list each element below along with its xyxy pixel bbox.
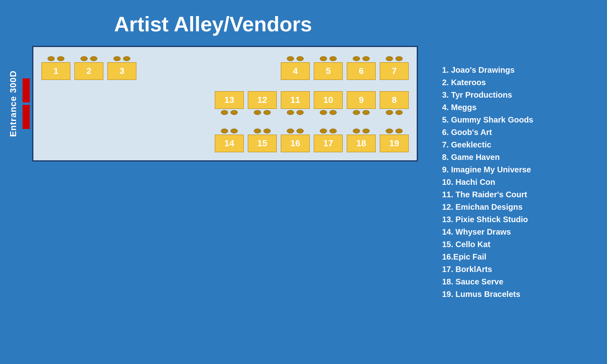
vendor-list-item: 6. Goob's Art	[442, 126, 595, 139]
vendor-list-item: 9. Imagine My Universe	[442, 164, 595, 176]
booth-cell-3: 3	[107, 55, 136, 80]
chair	[287, 129, 294, 133]
booth-cell-19: 19	[380, 127, 409, 152]
booth-5: 5	[314, 62, 343, 80]
booth-19: 19	[380, 135, 409, 152]
chair	[386, 110, 393, 115]
booth-8: 8	[380, 91, 409, 109]
booth-group-14-19: 14 15 16 17	[215, 127, 409, 152]
booth-cell-9: 9	[347, 91, 376, 116]
chair	[263, 110, 271, 115]
chair	[362, 129, 370, 133]
chair	[296, 129, 304, 133]
vendor-list-item: 12. Emichan Designs	[442, 201, 595, 213]
chair	[90, 56, 97, 61]
vendor-list-item: 16.Epic Fail	[442, 251, 595, 263]
vendor-list-item: 3. Tyr Productions	[442, 89, 595, 101]
chair	[362, 56, 370, 61]
vendor-list-item: 18. Sauce Serve	[442, 276, 595, 288]
door-top	[23, 78, 30, 102]
booth-18: 18	[347, 135, 376, 152]
vendor-list-item: 17. BorklArts	[442, 263, 595, 276]
chair	[296, 56, 304, 61]
booth-cell-17: 17	[314, 127, 343, 152]
chair	[329, 129, 337, 133]
chair	[386, 129, 393, 133]
chair	[329, 110, 337, 115]
vendor-list-item: 15. Cello Kat	[442, 238, 595, 251]
booth-17: 17	[314, 135, 343, 152]
chair	[362, 110, 370, 115]
floor-plan-wrapper: Entrance 300D 1 2	[8, 46, 418, 162]
booth-row-1: 1 2 3 4	[41, 55, 409, 80]
chair	[221, 110, 228, 115]
chair	[287, 56, 294, 61]
booth-row-2: 13 12 11 10	[41, 91, 409, 116]
vendor-list-item: 10. Hachi Con	[442, 176, 595, 188]
booth-cell-6: 6	[347, 55, 376, 80]
booth-12: 12	[248, 91, 277, 109]
chair	[353, 56, 360, 61]
booth-15: 15	[248, 135, 277, 152]
left-panel: Artist Alley/Vendors Entrance 300D 1	[0, 0, 430, 364]
booth-11: 11	[281, 91, 310, 109]
booth-6: 6	[347, 62, 376, 80]
chair	[113, 56, 121, 61]
booth-cell-13: 13	[215, 91, 244, 116]
chair	[221, 129, 228, 133]
booth-cell-12: 12	[248, 91, 277, 116]
vendor-list-item: 8. Game Haven	[442, 151, 595, 164]
booth-cell-7: 7	[380, 55, 409, 80]
chair	[80, 56, 88, 61]
chair	[57, 56, 64, 61]
booth-cell-16: 16	[281, 127, 310, 152]
booth-group-4-7: 4 5 6 7	[281, 55, 409, 80]
chair	[329, 56, 337, 61]
chair	[353, 110, 360, 115]
booth-10: 10	[314, 91, 343, 109]
booth-cell-1: 1	[41, 55, 70, 80]
booth-cell-14: 14	[215, 127, 244, 152]
vendor-list-item: 7. Geeklectic	[442, 139, 595, 151]
chair	[230, 110, 238, 115]
booth-7: 7	[380, 62, 409, 80]
booth-13: 13	[215, 91, 244, 109]
chair	[287, 110, 294, 115]
booth-3: 3	[107, 62, 136, 80]
chair	[230, 129, 238, 133]
chair	[123, 56, 130, 61]
booth-row-3: 14 15 16 17	[41, 127, 409, 152]
chair	[395, 110, 403, 115]
chair	[47, 56, 55, 61]
chair	[254, 129, 261, 133]
vendor-list: 1. Joao's Drawings2. Kateroos3. Tyr Prod…	[442, 64, 595, 301]
vendor-list-item: 5. Gummy Shark Goods	[442, 114, 595, 126]
booth-cell-4: 4	[281, 55, 310, 80]
floor-plan: 1 2 3 4	[32, 46, 418, 162]
booth-cell-5: 5	[314, 55, 343, 80]
booth-cell-10: 10	[314, 91, 343, 116]
chair	[395, 129, 403, 133]
chair	[320, 129, 327, 133]
vendor-list-item: 1. Joao's Drawings	[442, 64, 595, 76]
booth-9: 9	[347, 91, 376, 109]
vendor-list-item: 4. Meggs	[442, 101, 595, 114]
chair	[320, 110, 327, 115]
booth-cell-8: 8	[380, 91, 409, 116]
entrance-label: Entrance 300D	[8, 70, 19, 137]
booth-16: 16	[281, 135, 310, 152]
vendor-list-item: 11. The Raider's Court	[442, 188, 595, 201]
right-panel: 1. Joao's Drawings2. Kateroos3. Tyr Prod…	[430, 0, 607, 364]
booth-4: 4	[281, 62, 310, 80]
booth-cell-18: 18	[347, 127, 376, 152]
booth-1: 1	[41, 62, 70, 80]
door-bottom	[23, 105, 30, 129]
vendor-list-item: 13. Pixie Shtick Studio	[442, 213, 595, 226]
booth-cell-11: 11	[281, 91, 310, 116]
page-title: Artist Alley/Vendors	[114, 12, 312, 36]
chair	[263, 129, 271, 133]
booth-2: 2	[74, 62, 103, 80]
chair	[353, 129, 360, 133]
booth-group-1-3: 1 2 3	[41, 55, 136, 80]
chair	[395, 56, 403, 61]
